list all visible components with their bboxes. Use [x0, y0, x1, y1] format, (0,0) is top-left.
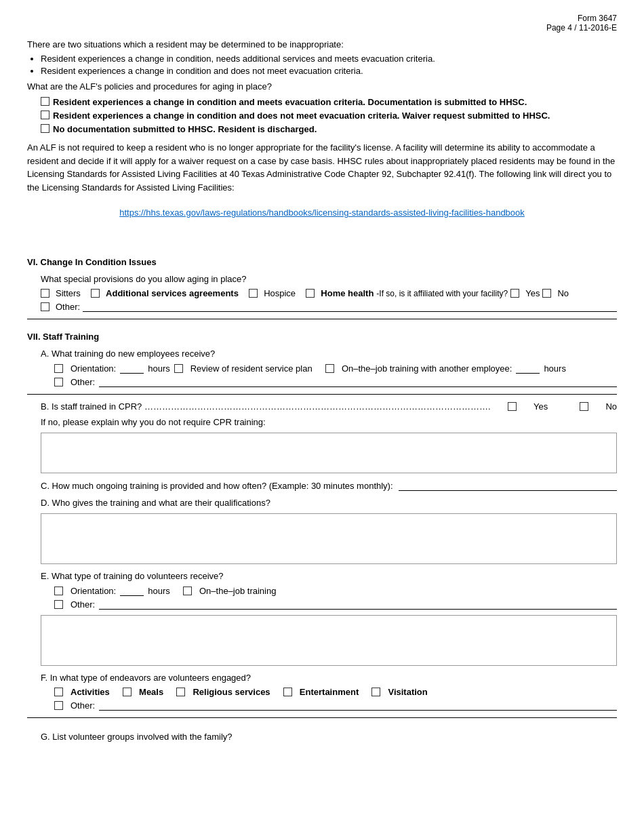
label-hours-a1: hours — [148, 363, 170, 374]
label-other-s6: Other: — [56, 302, 80, 312]
other-field-e[interactable] — [99, 599, 617, 610]
label-sitters: Sitters — [56, 288, 81, 298]
section6-question: What special provisions do you allow agi… — [41, 274, 617, 284]
checkbox-hospice[interactable] — [249, 289, 258, 298]
orientation-hours-field-e[interactable] — [120, 585, 144, 596]
label-cpr-no: No — [605, 401, 617, 412]
checkbox-otj-a[interactable] — [325, 364, 334, 373]
intro-checkbox-3: No documentation submitted to HHSC. Resi… — [41, 124, 617, 134]
orientation-hours-field[interactable] — [120, 363, 144, 374]
checkbox-cpr-no[interactable] — [580, 402, 588, 411]
partA-row1: Orientation: hours Review of resident se… — [54, 363, 617, 374]
checkbox-sitters[interactable] — [41, 289, 49, 298]
label-otj-a: On–the–job training with another employe… — [342, 363, 512, 374]
checkbox-orientation-a[interactable] — [54, 364, 63, 373]
intro-checkbox-2: Resident experiences a change in conditi… — [41, 111, 617, 121]
checkbox-otj-e[interactable] — [183, 587, 192, 595]
label-religious: Religious services — [193, 687, 270, 697]
checkbox-review-plan[interactable] — [174, 364, 183, 373]
label-review-plan: Review of resident service plan — [190, 363, 313, 374]
partF-question: F. In what type of endeavors are volunte… — [41, 673, 617, 683]
checkbox-entertainment[interactable] — [283, 688, 292, 696]
partB-explanation-box[interactable] — [41, 433, 617, 473]
checkbox-visitation[interactable] — [371, 688, 380, 696]
checkbox-evacuation-doc[interactable] — [41, 97, 49, 106]
intro-checkbox-1: Resident experiences a change in conditi… — [41, 97, 617, 107]
partB: B. Is staff trained in CPR? ………………………………… — [41, 401, 617, 473]
checkbox-other-s6[interactable] — [41, 302, 49, 311]
label-home-health: Home health — [321, 288, 374, 298]
alf-question: What are the ALF's policies and procedur… — [27, 81, 617, 92]
partD-question: D. Who gives the training and what are t… — [41, 498, 617, 508]
label-orientation-a: Orientation: — [71, 363, 116, 374]
partE: E. What type of training do volunteers r… — [41, 571, 617, 666]
section6-checkboxes: Sitters Additional services agreements H… — [41, 288, 617, 298]
partB-cpr-row: B. Is staff trained in CPR? ………………………………… — [41, 401, 617, 412]
checkbox-other-e[interactable] — [54, 600, 63, 609]
bullet-2: Resident experiences a change in conditi… — [41, 66, 617, 76]
partA-question: A. What training do new employees receiv… — [41, 349, 617, 359]
label-no: No — [557, 288, 569, 298]
link-section: https://hhs.texas.gov/laws-regulations/h… — [27, 207, 617, 218]
checkbox-cpr-yes[interactable] — [508, 402, 517, 411]
checkbox-other-a[interactable] — [54, 378, 63, 386]
partB-question: B. Is staff trained in CPR? ………………………………… — [41, 401, 494, 412]
checkbox-religious[interactable] — [176, 688, 185, 696]
partC-row: C. How much ongoing training is provided… — [41, 480, 617, 491]
label-otj-e: On–the–job training — [199, 586, 276, 596]
partG: G. List volunteer groups involved with t… — [41, 732, 617, 742]
form-number: Form 3647 — [27, 14, 617, 23]
checkbox-other-f[interactable] — [54, 701, 63, 710]
label-yes: Yes — [525, 288, 540, 298]
label-orientation-e: Orientation: — [71, 586, 116, 596]
partB-ifno: If no, please explain why you do not req… — [41, 417, 617, 427]
label-hospice: Hospice — [264, 288, 296, 298]
partC-question: C. How much ongoing training is provided… — [41, 481, 393, 491]
partE-row1: Orientation: hours On–the–job training — [54, 585, 617, 596]
other-field-f[interactable] — [99, 700, 617, 711]
partA: A. What training do new employees receiv… — [41, 349, 617, 387]
label-entertainment: Entertainment — [300, 687, 359, 697]
partD: D. Who gives the training and what are t… — [41, 498, 617, 564]
label-activities: Activities — [71, 687, 110, 697]
label-visitation: Visitation — [388, 687, 427, 697]
hhsc-link[interactable]: https://hhs.texas.gov/laws-regulations/h… — [119, 207, 525, 218]
label-additional-services: Additional services agreements — [106, 288, 239, 298]
label-meals: Meals — [139, 687, 163, 697]
label-hours-e: hours — [148, 586, 170, 596]
form-header: Form 3647 Page 4 / 11-2016-E — [27, 14, 617, 33]
partC-answer-field[interactable] — [399, 480, 617, 491]
home-health-note: -If so, is it affiliated with your facil… — [376, 289, 508, 298]
intro-paragraph: An ALF is not required to keep a residen… — [27, 141, 617, 194]
section6-content: What special provisions do you allow agi… — [41, 274, 617, 312]
otj-hours-field-a[interactable] — [516, 363, 540, 374]
label-other-a: Other: — [71, 377, 95, 387]
checkbox-orientation-e[interactable] — [54, 587, 63, 595]
partD-answer-box[interactable] — [41, 513, 617, 564]
checkbox-home-health[interactable] — [306, 289, 315, 298]
label-hours-a2: hours — [544, 363, 566, 374]
label-other-e: Other: — [71, 599, 95, 610]
label-cpr-yes: Yes — [534, 401, 548, 412]
checkbox-waiver[interactable] — [41, 111, 49, 119]
checkbox-additional-services[interactable] — [91, 289, 100, 298]
partE-other-row: Other: — [54, 599, 617, 610]
bullet-1: Resident experiences a change in conditi… — [41, 54, 617, 64]
section7-header: VII. Staff Training — [27, 332, 617, 342]
checkbox-activities[interactable] — [54, 688, 63, 696]
bullet-list: Resident experiences a change in conditi… — [41, 54, 617, 76]
checkbox-no-doc[interactable] — [41, 124, 49, 133]
section6-header: VI. Change In Condition Issues — [27, 257, 617, 267]
section6-other-row: Other: — [41, 301, 617, 312]
checkbox-meals[interactable] — [123, 688, 132, 696]
partF-checkboxes-row1: Activities Meals Religious services Ente… — [54, 687, 617, 697]
partA-other-row: Other: — [54, 376, 617, 387]
checkbox-yes-home-health[interactable] — [510, 289, 519, 298]
other-field-s6[interactable] — [83, 301, 617, 312]
other-field-a[interactable] — [99, 376, 617, 387]
partE-answer-box[interactable] — [41, 615, 617, 666]
intro-line1: There are two situations which a residen… — [27, 39, 617, 49]
checkbox-no-home-health[interactable] — [542, 289, 551, 298]
partC: C. How much ongoing training is provided… — [41, 480, 617, 491]
page-number: Page 4 / 11-2016-E — [27, 23, 617, 33]
